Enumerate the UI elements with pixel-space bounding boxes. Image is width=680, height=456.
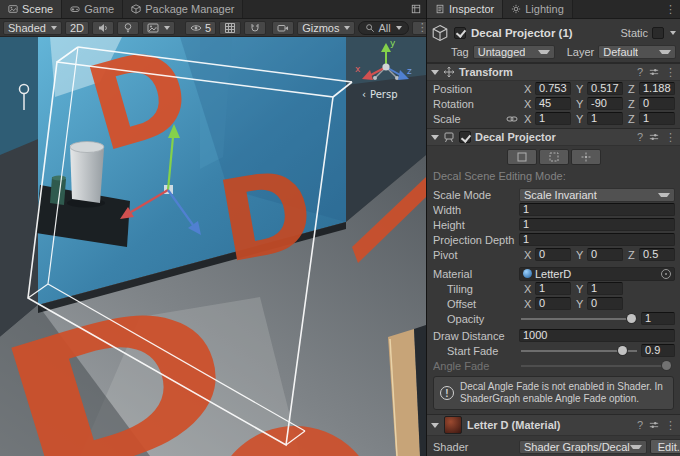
opacity-slider[interactable] bbox=[521, 312, 637, 325]
presets-icon[interactable] bbox=[649, 132, 659, 142]
snap-toggle[interactable] bbox=[244, 21, 266, 35]
position-x-field[interactable]: 0.753 bbox=[535, 82, 571, 95]
rotation-row: Rotation X45 Y-90 Z0 bbox=[427, 96, 680, 111]
material-object-field[interactable]: LetterD bbox=[519, 267, 675, 281]
pivot-y-field[interactable]: 0 bbox=[587, 248, 623, 261]
pivot-row: Pivot X0 Y0 Z0.5 bbox=[427, 247, 680, 262]
menu-icon[interactable]: ⋮ bbox=[665, 67, 676, 78]
rotation-y-field[interactable]: -90 bbox=[587, 97, 623, 110]
shader-dropdown[interactable]: Shader Graphs/Decal bbox=[519, 440, 647, 454]
tab-inspector[interactable]: Inspector bbox=[427, 0, 503, 18]
static-dropdown-caret[interactable] bbox=[670, 31, 676, 35]
speaker-icon bbox=[97, 22, 109, 34]
material-foldout[interactable] bbox=[431, 423, 439, 428]
opacity-slider-knob[interactable] bbox=[627, 314, 636, 323]
crop-icon bbox=[548, 151, 560, 163]
position-z-field[interactable]: 1.188 bbox=[639, 82, 675, 95]
draw-distance-field[interactable]: 1000 bbox=[519, 329, 675, 342]
start-fade-slider[interactable] bbox=[521, 344, 637, 357]
tab-package-manager[interactable]: Package Manager bbox=[123, 0, 243, 18]
decal-projector-icon bbox=[443, 131, 455, 143]
scale-z-field[interactable]: 1 bbox=[639, 112, 675, 125]
2d-toggle[interactable]: 2D bbox=[65, 21, 89, 35]
angle-fade-slider-knob bbox=[662, 361, 671, 370]
material-section-title: Letter D (Material) bbox=[467, 419, 561, 431]
camera-icon bbox=[277, 22, 289, 34]
height-field[interactable]: 1 bbox=[519, 218, 675, 231]
tab-lighting[interactable]: Lighting bbox=[503, 0, 573, 18]
material-row: Material LetterD bbox=[427, 266, 680, 281]
scale-x-field[interactable]: 1 bbox=[535, 112, 571, 125]
transform-foldout[interactable] bbox=[431, 70, 439, 75]
axis-y-label: y bbox=[390, 38, 396, 48]
inspector-tabbar: Inspector Lighting ⋮ bbox=[427, 0, 680, 19]
edit-scale-icon bbox=[516, 151, 528, 163]
rotation-z-field[interactable]: 0 bbox=[639, 97, 675, 110]
static-checkbox[interactable] bbox=[652, 27, 664, 39]
help-icon[interactable]: ? bbox=[637, 67, 643, 78]
tab-scene[interactable]: Scene bbox=[0, 0, 62, 18]
tag-dropdown[interactable]: Untagged bbox=[473, 45, 555, 59]
camera-settings-button[interactable] bbox=[272, 21, 294, 35]
projection-depth-field[interactable]: 1 bbox=[519, 233, 675, 246]
tiling-x-field[interactable]: 1 bbox=[535, 282, 571, 295]
eye-icon bbox=[190, 22, 202, 34]
crop-button[interactable] bbox=[539, 149, 569, 165]
position-y-field[interactable]: 0.517 bbox=[587, 82, 623, 95]
effects-icon bbox=[147, 22, 159, 34]
width-row: Width 1 bbox=[427, 202, 680, 217]
tiling-y-field[interactable]: 1 bbox=[587, 282, 623, 295]
tiling-row: Tiling X1 Y1 bbox=[427, 281, 680, 296]
tab-game[interactable]: Game bbox=[62, 0, 123, 18]
help-icon[interactable]: ? bbox=[637, 132, 643, 143]
chevron-down-icon bbox=[344, 26, 350, 30]
projection-depth-row: Projection Depth 1 bbox=[427, 232, 680, 247]
scene-visibility-toggle[interactable]: 5 bbox=[185, 21, 216, 35]
edit-scale-button[interactable] bbox=[507, 149, 537, 165]
gameobject-cube-icon bbox=[431, 24, 449, 42]
width-field[interactable]: 1 bbox=[519, 203, 675, 216]
rotation-x-field[interactable]: 45 bbox=[535, 97, 571, 110]
tab-label: Package Manager bbox=[145, 3, 234, 15]
rotation-label: Rotation bbox=[433, 98, 519, 110]
offset-x-field[interactable]: 0 bbox=[535, 297, 571, 310]
start-fade-field[interactable]: 0.9 bbox=[641, 344, 675, 357]
presets-icon[interactable] bbox=[649, 420, 659, 430]
height-row: Height 1 bbox=[427, 217, 680, 232]
scale-mode-dropdown[interactable]: Scale Invariant bbox=[519, 188, 675, 202]
pivot-z-field[interactable]: 0.5 bbox=[639, 248, 675, 261]
grid-toggle[interactable] bbox=[219, 21, 241, 35]
active-checkbox[interactable] bbox=[454, 27, 466, 39]
shader-edit-button[interactable]: Edit... bbox=[650, 439, 680, 454]
opacity-field[interactable]: 1 bbox=[641, 312, 675, 325]
gameobject-header: Decal Projector (1) Static Tag Untagged … bbox=[427, 19, 680, 63]
gameobject-name: Decal Projector (1) bbox=[471, 27, 573, 39]
start-fade-slider-knob[interactable] bbox=[618, 346, 627, 355]
presets-icon[interactable] bbox=[649, 67, 659, 77]
effects-dropdown[interactable] bbox=[142, 21, 175, 35]
tabbar-layout-button[interactable] bbox=[406, 0, 426, 18]
material-preview-thumbnail[interactable] bbox=[444, 416, 462, 434]
scale-link-icon[interactable] bbox=[505, 114, 519, 124]
material-name: LetterD bbox=[535, 268, 571, 280]
gizmos-dropdown[interactable]: Gizmos bbox=[297, 21, 355, 35]
draw-mode-dropdown[interactable]: Shaded bbox=[3, 21, 62, 35]
object-picker-icon[interactable] bbox=[661, 269, 671, 279]
lighting-tab-icon bbox=[511, 4, 521, 14]
scene-viewport[interactable]: D D D bbox=[0, 37, 426, 456]
lighting-toggle[interactable] bbox=[117, 21, 139, 35]
scale-y-field[interactable]: 1 bbox=[587, 112, 623, 125]
pivot-x-field[interactable]: 0 bbox=[535, 248, 571, 261]
audio-toggle[interactable] bbox=[92, 21, 114, 35]
hidden-count: 5 bbox=[205, 22, 211, 34]
decal-foldout[interactable] bbox=[431, 135, 439, 140]
layer-dropdown[interactable]: Default bbox=[598, 45, 676, 59]
menu-icon[interactable]: ⋮ bbox=[665, 420, 676, 431]
menu-icon[interactable]: ⋮ bbox=[665, 132, 676, 143]
edit-pivot-button[interactable] bbox=[571, 149, 601, 165]
inspector-menu-button[interactable]: ⋮ bbox=[660, 0, 680, 18]
help-icon[interactable]: ? bbox=[637, 420, 643, 431]
scene-search-input[interactable]: All bbox=[358, 21, 408, 35]
decal-enabled-checkbox[interactable] bbox=[459, 131, 471, 143]
offset-y-field[interactable]: 0 bbox=[587, 297, 623, 310]
